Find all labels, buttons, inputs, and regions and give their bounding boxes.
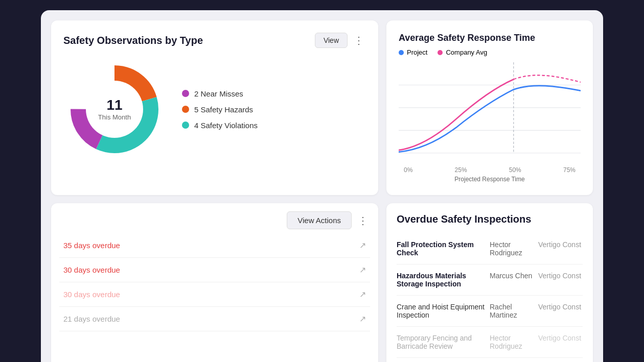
- inspection-person-1: Hector Rodriguez: [490, 240, 534, 257]
- observations-legend: 2 Near Misses 5 Safety Hazards 4 Safety …: [182, 89, 258, 130]
- more-options-button[interactable]: ⋮: [352, 34, 366, 46]
- response-chart: [399, 62, 581, 164]
- donut-chart: 11 This Month: [63, 58, 166, 160]
- inspection-company-4: Vertigo Const: [538, 334, 583, 350]
- legend-dot-near-misses: [182, 90, 189, 97]
- response-legend: Project Company Avg: [399, 49, 581, 56]
- inspection-row-3: Crane and Hoist Equipment Inspection Rac…: [397, 296, 583, 327]
- actions-card: View Actions ⋮ 35 days overdue ↗ 30 days…: [51, 203, 378, 362]
- inspection-name-2: Hazardous Materials Storage Inspection: [397, 272, 486, 288]
- legend-label-company-avg: Company Avg: [446, 49, 487, 56]
- legend-label-near-misses: 2 Near Misses: [194, 89, 243, 98]
- legend-label-project: Project: [407, 49, 427, 56]
- action-row-4: 21 days overdue ↗: [59, 307, 370, 331]
- x-label-75: 75%: [563, 166, 576, 174]
- legend-item-near-misses: 2 Near Misses: [182, 89, 258, 98]
- inspection-row-4: Temporary Fencing and Barricade Review H…: [397, 327, 583, 358]
- external-link-icon-3[interactable]: ↗: [359, 289, 366, 299]
- legend-dot-safety-violations: [182, 122, 189, 129]
- x-axis-labels: 0% 25% 50% 75%: [399, 166, 581, 174]
- legend-dot-safety-hazards: [182, 106, 189, 113]
- legend-circle-project: [399, 50, 404, 55]
- action-row-1: 35 days overdue ↗: [59, 233, 370, 258]
- legend-project: Project: [399, 49, 427, 56]
- donut-period: This Month: [98, 113, 131, 121]
- dashboard: Safety Observations by Type View ⋮: [41, 10, 603, 362]
- action-row-3: 30 days overdue ↗: [59, 282, 370, 307]
- donut-center: 11 This Month: [98, 98, 131, 121]
- external-link-icon-4[interactable]: ↗: [359, 314, 366, 324]
- x-label-25: 25%: [455, 166, 467, 174]
- view-actions-button[interactable]: View Actions: [287, 211, 352, 229]
- observations-actions: View ⋮: [315, 33, 366, 48]
- legend-circle-company-avg: [438, 50, 443, 55]
- inspection-row-1: Fall Protection System Check Hector Rodr…: [397, 233, 583, 264]
- inspection-row-2: Hazardous Materials Storage Inspection M…: [397, 264, 583, 296]
- donut-total: 11: [98, 98, 131, 112]
- legend-item-safety-violations: 4 Safety Violations: [182, 121, 258, 130]
- actions-header: View Actions ⋮: [59, 211, 370, 229]
- x-label-50: 50%: [509, 166, 521, 174]
- inspections-title: Overdue Safety Inspections: [397, 213, 583, 225]
- observations-header: Safety Observations by Type View ⋮: [63, 33, 366, 48]
- inspection-person-4: Hector Rodriguez: [490, 334, 534, 350]
- inspection-person-2: Marcus Chen: [490, 272, 534, 288]
- inspection-name-1: Fall Protection System Check: [397, 240, 486, 257]
- legend-label-safety-hazards: 5 Safety Hazards: [194, 105, 253, 114]
- chart-area: 11 This Month 2 Near Misses 5 Safety Haz…: [63, 58, 366, 160]
- inspection-name-4: Temporary Fencing and Barricade Review: [397, 334, 486, 350]
- response-title: Average Safety Response Time: [399, 33, 581, 43]
- inspection-person-3: Rachel Martinez: [490, 303, 534, 319]
- observations-card: Safety Observations by Type View ⋮: [51, 20, 378, 195]
- x-label-0: 0%: [404, 166, 412, 174]
- inspection-company-3: Vertigo Const: [538, 303, 583, 319]
- inspection-name-3: Crane and Hoist Equipment Inspection: [397, 303, 486, 319]
- overdue-text-3: 30 days overdue: [63, 290, 120, 299]
- x-axis-title: Projected Response Time: [399, 176, 581, 183]
- external-link-icon-1[interactable]: ↗: [359, 240, 366, 250]
- external-link-icon-2[interactable]: ↗: [359, 265, 366, 275]
- view-button[interactable]: View: [315, 33, 348, 48]
- response-card: Average Safety Response Time Project Com…: [386, 20, 593, 195]
- inspection-company-2: Vertigo Const: [538, 272, 583, 288]
- overdue-text-4: 21 days overdue: [63, 315, 120, 323]
- legend-item-safety-hazards: 5 Safety Hazards: [182, 105, 258, 114]
- actions-more-button[interactable]: ⋮: [356, 214, 370, 227]
- response-chart-svg: [399, 62, 581, 164]
- overdue-text-1: 35 days overdue: [63, 241, 120, 250]
- legend-label-safety-violations: 4 Safety Violations: [194, 121, 258, 130]
- observations-title: Safety Observations by Type: [63, 35, 203, 46]
- inspection-company-1: Vertigo Const: [538, 240, 583, 257]
- action-row-2: 30 days overdue ↗: [59, 258, 370, 282]
- legend-company-avg: Company Avg: [438, 49, 487, 56]
- inspections-card: Overdue Safety Inspections Fall Protecti…: [386, 203, 593, 362]
- overdue-text-2: 30 days overdue: [63, 266, 120, 274]
